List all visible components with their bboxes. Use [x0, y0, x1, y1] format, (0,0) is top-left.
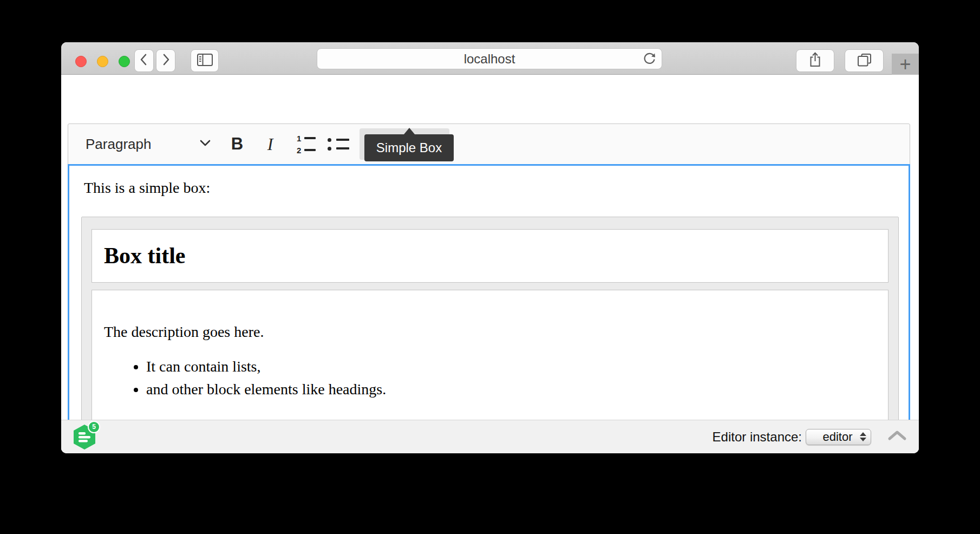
forward-icon: [160, 53, 172, 69]
address-bar[interactable]: localhost: [317, 48, 662, 69]
editor-instance-select[interactable]: editor: [806, 429, 871, 445]
traffic-lights: [75, 56, 130, 67]
simple-box-widget[interactable]: Box title The description goes here. It …: [81, 217, 899, 420]
plus-icon: +: [899, 55, 911, 74]
tabs-icon: [857, 53, 872, 69]
back-button[interactable]: [134, 49, 154, 72]
browser-window: localhost: [61, 42, 919, 453]
heading-dropdown-label: Paragraph: [86, 136, 151, 153]
bold-button[interactable]: B: [230, 134, 244, 154]
bold-icon: B: [231, 134, 243, 154]
tab-overview-button[interactable]: [845, 49, 884, 72]
numbered-list-icon: 1: [296, 134, 316, 142]
chevron-up-icon: [887, 430, 907, 444]
back-icon: [138, 53, 150, 69]
list-item: It can contain lists,: [146, 356, 876, 377]
editor-editable-area[interactable]: This is a simple box: Box title The desc…: [68, 164, 910, 420]
italic-icon: I: [267, 134, 273, 154]
tooltip-caret: [404, 128, 415, 134]
url-text: localhost: [464, 51, 515, 67]
box-title-heading: Box title: [104, 243, 876, 269]
forward-button[interactable]: [156, 49, 175, 72]
numbered-list-button[interactable]: 1 2: [296, 134, 316, 154]
bulleted-list-icon: [328, 138, 349, 142]
tooltip-text: Simple Box: [376, 140, 442, 155]
zoom-window-button[interactable]: [119, 56, 130, 67]
simple-box-title-section[interactable]: Box title: [92, 229, 888, 283]
share-icon: [808, 51, 822, 70]
heading-dropdown[interactable]: Paragraph: [86, 128, 211, 160]
intro-paragraph: This is a simple box:: [84, 178, 899, 198]
minimize-window-button[interactable]: [97, 56, 108, 67]
new-tab-button[interactable]: +: [892, 54, 919, 75]
editor-toolbar: Paragraph B I 1 2: [68, 123, 910, 165]
select-arrows-icon: [860, 432, 866, 441]
sidebar-toggle-button[interactable]: [191, 49, 219, 72]
editor-instance-value: editor: [815, 430, 860, 444]
simple-box-tooltip: Simple Box: [364, 128, 454, 161]
bulleted-list-button[interactable]: [328, 138, 349, 151]
editor-instance-label: Editor instance:: [713, 429, 802, 445]
browser-chrome: localhost: [61, 42, 919, 75]
web-page: Paragraph B I 1 2: [61, 75, 919, 453]
inspector-badge: 5: [88, 421, 100, 433]
sidebar-icon: [197, 53, 213, 69]
inspector-collapse-button[interactable]: [887, 430, 907, 444]
inspector-bar: 5 Editor instance: editor: [61, 420, 919, 453]
box-description-paragraph: The description goes here.: [104, 322, 876, 342]
list-item: and other block elements like headings.: [146, 379, 876, 400]
ckeditor-inspector-logo[interactable]: 5: [72, 424, 98, 450]
box-description-list: It can contain lists, and other block el…: [104, 356, 876, 400]
share-button[interactable]: [796, 49, 834, 72]
simple-box-description-section[interactable]: The description goes here. It can contai…: [92, 290, 888, 420]
reload-button[interactable]: [642, 52, 657, 69]
close-window-button[interactable]: [75, 56, 87, 67]
italic-button[interactable]: I: [264, 134, 277, 154]
chevron-down-icon: [199, 139, 211, 149]
